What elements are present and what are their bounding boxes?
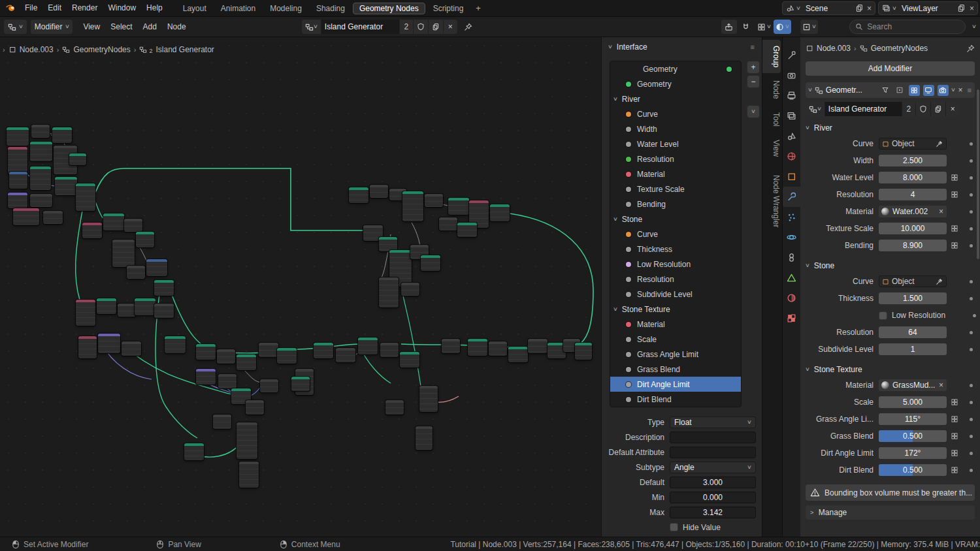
editor-options-dropdown[interactable]: ∨: [800, 20, 818, 34]
fake-user-button[interactable]: [414, 20, 429, 34]
node[interactable]: [246, 400, 264, 415]
node[interactable]: [218, 374, 237, 388]
node[interactable]: [379, 237, 397, 251]
field-width[interactable]: 2.500: [879, 155, 947, 166]
node[interactable]: [8, 147, 27, 174]
viewlayer-selector[interactable]: ∨ ViewLayer ×: [878, 1, 978, 15]
sidebar-tab-tool[interactable]: Tool: [762, 106, 781, 133]
breadcrumb-item-island-generator[interactable]: Island Generator: [155, 45, 214, 54]
checkbox[interactable]: [670, 523, 678, 531]
unlink-node-group-button[interactable]: ×: [444, 20, 457, 34]
sidebar-tab-node-wrangler[interactable]: Node Wrangler: [762, 169, 781, 233]
snap-toggle-button[interactable]: [738, 20, 754, 34]
field-curve[interactable]: Object: [879, 276, 947, 287]
copy-icon[interactable]: [854, 3, 864, 14]
add-socket-button[interactable]: +: [747, 61, 760, 74]
field-subdivide-level[interactable]: 1: [879, 343, 947, 355]
node-group-browse-button[interactable]: ∨: [806, 102, 825, 116]
interface-socket-resolution[interactable]: Resolution: [610, 272, 741, 287]
node-group-name-field[interactable]: Island Generator: [321, 20, 400, 34]
menu-window[interactable]: Window: [103, 0, 141, 16]
interface-socket-grass-angle-limit[interactable]: Grass Angle Limit: [610, 347, 741, 362]
default-attribute-input[interactable]: [670, 447, 756, 458]
node[interactable]: [52, 127, 72, 143]
node[interactable]: [259, 343, 278, 357]
node[interactable]: [425, 194, 443, 207]
animate-decorator-icon[interactable]: [951, 398, 958, 406]
close-icon[interactable]: ×: [958, 86, 964, 95]
on-cage-toggle[interactable]: [894, 85, 906, 96]
pin-button[interactable]: [966, 44, 975, 53]
animate-decorator-icon[interactable]: [951, 466, 958, 474]
node[interactable]: [146, 259, 167, 276]
node[interactable]: [127, 266, 145, 279]
texture-icon[interactable]: [783, 308, 800, 328]
hide-value-checkbox[interactable]: Hide Value: [670, 523, 756, 532]
unlink-node-group-button[interactable]: ×: [946, 102, 960, 116]
node[interactable]: [124, 219, 142, 232]
interface-socket-thickness[interactable]: Thickness: [610, 242, 741, 257]
field-material[interactable]: GrassMud...×: [879, 379, 947, 391]
add-modifier-button[interactable]: Add Modifier: [806, 61, 975, 76]
interface-socket-material[interactable]: Material: [610, 166, 741, 181]
edit-mode-toggle[interactable]: [909, 85, 920, 96]
manage-panel-header[interactable]: ∨ Manage: [806, 505, 975, 520]
node[interactable]: [82, 223, 102, 238]
workspace-tab-scripting[interactable]: Scripting: [427, 3, 470, 14]
interface-socket-curve[interactable]: Curve: [610, 227, 741, 242]
blender-logo[interactable]: [5, 3, 16, 13]
animate-decorator-icon[interactable]: [951, 415, 958, 423]
type-select[interactable]: Float∨: [670, 417, 756, 428]
constraints-icon[interactable]: [783, 247, 800, 268]
breadcrumb-collapse-icon[interactable]: ›: [3, 46, 5, 54]
field-dirt-angle-limit[interactable]: 172°: [879, 447, 947, 459]
panel-header-river[interactable]: ∨River: [806, 121, 975, 135]
node[interactable]: [508, 347, 528, 362]
node[interactable]: [237, 354, 256, 370]
panel-header-stone-texture[interactable]: ∨Stone Texture: [806, 362, 975, 377]
menu-edit[interactable]: Edit: [42, 0, 67, 16]
node[interactable]: [30, 166, 51, 190]
description-input[interactable]: [670, 432, 756, 443]
node[interactable]: [457, 223, 477, 237]
drag-handle-icon[interactable]: ≡: [968, 86, 972, 94]
sidebar-tab-node[interactable]: Node: [762, 74, 781, 105]
node[interactable]: [103, 213, 124, 230]
scene-name[interactable]: Scene: [802, 4, 853, 13]
node[interactable]: [402, 191, 423, 221]
node[interactable]: [448, 198, 469, 215]
interface-socket-water-level[interactable]: Water Level: [610, 136, 741, 151]
node[interactable]: [416, 426, 433, 450]
node[interactable]: [336, 348, 355, 362]
max-field[interactable]: 3.142: [670, 507, 756, 518]
node-group-users-button[interactable]: 2: [400, 20, 414, 34]
object-icon[interactable]: [783, 166, 800, 187]
node[interactable]: [490, 204, 510, 221]
default-field[interactable]: 3.000: [670, 477, 756, 488]
workspace-tab-layout[interactable]: Layout: [176, 3, 213, 14]
overlays-toggle-button[interactable]: ∨: [774, 20, 791, 34]
eyedropper-icon[interactable]: [936, 277, 943, 285]
physics-icon[interactable]: [783, 227, 800, 247]
output-icon[interactable]: [783, 86, 800, 106]
unlink-icon[interactable]: ×: [938, 207, 944, 216]
field-resolution[interactable]: 64: [879, 326, 947, 338]
animate-decorator-icon[interactable]: [951, 174, 958, 181]
animate-decorator-icon[interactable]: [951, 432, 958, 440]
node[interactable]: [239, 462, 259, 488]
node[interactable]: [260, 379, 278, 392]
interface-socket-material[interactable]: Material: [610, 317, 741, 332]
mode-select[interactable]: Modifier∨: [31, 20, 73, 34]
animate-decorator-icon[interactable]: [951, 242, 958, 249]
interface-socket-resolution[interactable]: Resolution: [610, 151, 741, 166]
node[interactable]: [118, 304, 136, 317]
menu-help[interactable]: Help: [141, 0, 168, 16]
header-collapse-icon[interactable]: ∨: [972, 24, 977, 29]
node[interactable]: [379, 277, 399, 307]
material-icon[interactable]: [783, 288, 800, 308]
snap-mode-dropdown[interactable]: ∨: [755, 20, 773, 34]
node[interactable]: [217, 349, 235, 364]
node[interactable]: [69, 153, 86, 165]
field-grass-angle-li[interactable]: 115°: [879, 413, 947, 425]
interface-socket-bending[interactable]: Bending: [610, 197, 741, 212]
